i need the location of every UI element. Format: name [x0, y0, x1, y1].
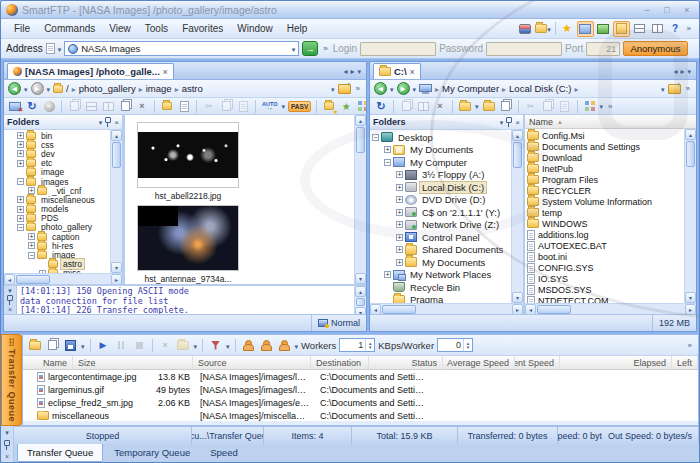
column-header[interactable]: Current Speed [515, 356, 560, 369]
filter-dropdown-icon[interactable] [226, 340, 230, 351]
queue-pin-icon[interactable] [4, 440, 10, 450]
go-button[interactable]: → [302, 41, 318, 56]
transfer-mode-dropdown-icon[interactable] [281, 101, 285, 111]
tree-expander-icon[interactable]: − [372, 134, 379, 141]
back-history-dropdown-icon[interactable] [24, 83, 28, 94]
tree-item[interactable]: + My Documents [370, 144, 511, 157]
column-header[interactable]: Source [193, 356, 311, 369]
back-icon[interactable]: ◀ [8, 82, 21, 95]
tree-item[interactable]: + Network Drive (Z:) [370, 219, 511, 232]
tree-expander-icon[interactable]: + [17, 196, 24, 203]
tree-expander-icon[interactable]: + [396, 259, 403, 266]
transfer-queue-side-tab[interactable]: Transfer Queue [1, 334, 22, 426]
split-horizontal-icon[interactable] [631, 21, 648, 37]
file-list-hscrollbar[interactable] [525, 303, 696, 314]
address-input[interactable]: NASA Images [64, 41, 299, 56]
tree-expander-icon[interactable]: + [396, 234, 403, 241]
transfer-queue-toggle-icon[interactable] [613, 21, 630, 37]
tree-expander-icon[interactable]: + [396, 246, 403, 253]
tree-expander-icon[interactable]: − [384, 159, 391, 166]
file-row[interactable]: temp [525, 207, 684, 218]
forward-icon[interactable]: ▶ [397, 82, 410, 95]
open-favorites-folder-icon[interactable] [535, 21, 552, 37]
start-queue-icon[interactable]: ▶ [96, 338, 111, 352]
tree-expander-icon[interactable]: + [384, 146, 391, 153]
file-row[interactable]: Program Files [525, 174, 684, 185]
tree-item[interactable]: + My Network Places [370, 269, 511, 282]
maximize-button[interactable]: □ [660, 5, 674, 15]
tree-item[interactable]: + bin [4, 131, 110, 140]
tree-expander-icon[interactable]: + [17, 141, 24, 148]
tab-scroll-right-icon[interactable]: ▸ [680, 67, 684, 76]
queue-tab[interactable]: Temporary Queue [105, 444, 199, 461]
file-row[interactable]: WINDOWS [525, 218, 684, 229]
queue-row[interactable]: largecontentimage.jpg 13.8 KB [NASA Imag… [23, 370, 698, 383]
breadcrumb-item[interactable]: / [66, 83, 76, 94]
login-field[interactable] [360, 42, 436, 56]
pane-menu-dropdown-icon[interactable] [99, 117, 103, 127]
file-row[interactable]: AUTOEXEC.BAT [525, 240, 684, 251]
tree-item[interactable]: + Control Panel [370, 231, 511, 244]
tree-expander-icon[interactable]: + [17, 160, 24, 167]
new-folder-icon[interactable] [160, 100, 174, 113]
file-row[interactable]: MSDOS.SYS [525, 284, 684, 295]
add-worker-icon[interactable] [241, 338, 256, 352]
tree-item[interactable]: astro [4, 260, 110, 269]
file-row[interactable]: Config.Msi [525, 130, 684, 141]
tree-expander-icon[interactable]: + [17, 132, 24, 139]
tab-list-dropdown-icon[interactable] [687, 67, 691, 76]
transfer-mode-auto-button[interactable]: AUTO→ [261, 102, 278, 111]
file-list-vscrollbar[interactable] [684, 129, 696, 303]
thumbnails-vscrollbar[interactable] [354, 115, 366, 284]
remote-tab[interactable]: [NASA Images] /photo_galle... × [7, 63, 174, 79]
pane-close-icon[interactable]: × [114, 118, 119, 127]
crumb-overflow-icon[interactable]: » [354, 84, 362, 93]
log-pin-icon[interactable] [7, 295, 13, 305]
save-queue-icon[interactable] [63, 338, 78, 352]
forward-history-dropdown-icon[interactable] [413, 83, 417, 94]
worker-settings-icon[interactable] [277, 338, 292, 352]
speed-graph-icon[interactable] [595, 21, 612, 37]
views-dropdown-icon[interactable] [600, 101, 604, 111]
address-overflow-icon[interactable]: » [321, 44, 329, 53]
forward-icon[interactable]: ▶ [31, 82, 44, 95]
path-dropdown-icon[interactable] [661, 83, 665, 94]
queue-menu-dropdown-icon[interactable] [5, 429, 9, 437]
tab-close-icon[interactable]: × [163, 67, 168, 77]
folder-open-icon[interactable] [458, 100, 472, 113]
menu-item[interactable]: Tools [138, 21, 175, 36]
abort-icon[interactable]: × [42, 100, 56, 113]
tree-item[interactable]: + DVD Drive (D:) [370, 194, 511, 207]
tab-scroll-left-icon[interactable]: ◂ [673, 67, 677, 76]
tree-expander-icon[interactable]: + [396, 209, 403, 216]
queue-tab[interactable]: Transfer Queue [17, 444, 103, 462]
file-row[interactable]: IO.SYS [525, 273, 684, 284]
address-type-icon[interactable] [46, 43, 55, 54]
workers-stepper[interactable]: 1▴▾ [339, 338, 375, 352]
tree-expander-icon[interactable]: + [28, 233, 35, 240]
delete-icon[interactable]: × [433, 100, 447, 113]
queue-row[interactable]: eclipse_fred2_sm.jpg 2.06 KB [NASA Image… [23, 396, 698, 409]
tree-expander-icon[interactable]: + [17, 215, 24, 222]
file-row[interactable]: CONFIG.SYS [525, 262, 684, 273]
queue-row[interactable]: miscellaneous [NASA Images]/miscellaneou… [23, 409, 698, 421]
tree-expander-icon[interactable]: + [17, 150, 24, 157]
remote-tree-vscrollbar[interactable] [110, 130, 122, 273]
rename-icon[interactable] [118, 100, 132, 113]
tree-item[interactable]: + My Documents [370, 256, 511, 269]
menu-item[interactable]: Help [280, 21, 315, 36]
column-header[interactable]: Left [672, 356, 698, 369]
thumbnail-item[interactable]: hst_abell2218.jpg [137, 122, 239, 201]
menu-item[interactable]: Commands [37, 21, 102, 36]
breadcrumb-item[interactable]: My Computer [442, 83, 506, 94]
file-row[interactable]: additions.log [525, 229, 684, 240]
tab-close-icon[interactable]: × [410, 67, 415, 77]
local-tree-vscrollbar[interactable] [511, 130, 523, 303]
file-row[interactable]: NTDETECT.COM [525, 295, 684, 303]
address-dropdown-icon[interactable] [292, 43, 296, 54]
address-type-dropdown-icon[interactable] [58, 43, 62, 54]
file-row[interactable]: boot.ini [525, 251, 684, 262]
breadcrumb-item[interactable]: astro [182, 83, 203, 94]
pin-icon[interactable] [105, 117, 111, 127]
name-column-header[interactable]: Name ▲ [525, 115, 696, 129]
